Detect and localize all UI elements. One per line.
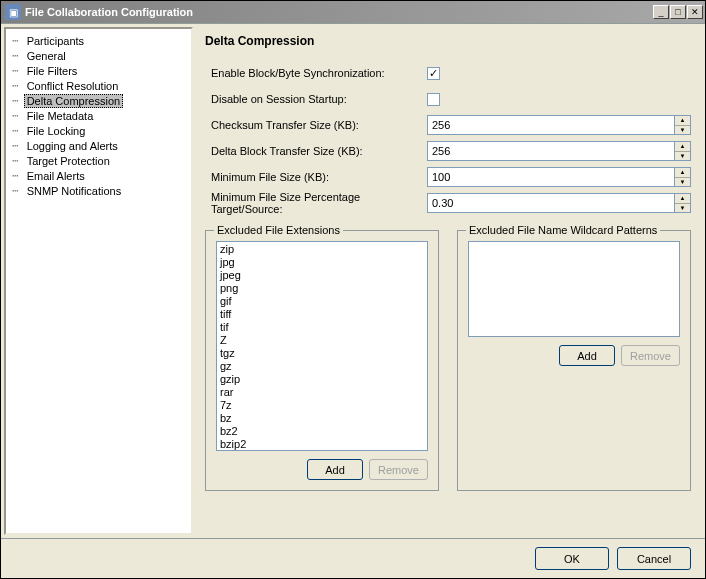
sidebar-item-label: File Filters xyxy=(25,65,80,77)
min-pct-row: Minimum File Size Percentage Target/Sour… xyxy=(205,192,691,214)
sidebar-item-file-locking[interactable]: ⋯File Locking xyxy=(8,123,189,138)
spin-up-icon[interactable]: ▲ xyxy=(675,142,690,152)
excluded-wildcards-title: Excluded File Name Wildcard Patterns xyxy=(466,224,660,236)
min-pct-label: Minimum File Size Percentage Target/Sour… xyxy=(205,191,427,215)
form-content: Enable Block/Byte Synchronization: ✓ Dis… xyxy=(205,62,691,528)
configuration-window: ▣ File Collaboration Configuration _ □ ✕… xyxy=(0,0,706,579)
list-item[interactable]: gif xyxy=(220,295,424,308)
sidebar-item-delta-compression[interactable]: ⋯Delta Compression xyxy=(8,93,189,108)
ext-remove-button[interactable]: Remove xyxy=(369,459,428,480)
min-pct-spin-buttons: ▲ ▼ xyxy=(675,193,691,213)
excluded-extensions-title: Excluded File Extensions xyxy=(214,224,343,236)
list-item[interactable]: bz2 xyxy=(220,425,424,438)
disable-startup-label: Disable on Session Startup: xyxy=(205,93,427,105)
list-item[interactable]: bz xyxy=(220,412,424,425)
list-item[interactable]: png xyxy=(220,282,424,295)
group-container: Excluded File Extensions zipjpgjpegpnggi… xyxy=(205,230,691,491)
navigation-tree[interactable]: ⋯Participants⋯General⋯File Filters⋯Confl… xyxy=(4,27,193,535)
min-pct-input[interactable] xyxy=(427,193,675,213)
delta-block-label: Delta Block Transfer Size (KB): xyxy=(205,145,427,157)
delta-block-input[interactable] xyxy=(427,141,675,161)
wild-group-buttons: Add Remove xyxy=(468,345,680,366)
main-panel: Delta Compression Enable Block/Byte Sync… xyxy=(193,24,705,538)
sidebar-item-label: Conflict Resolution xyxy=(25,80,121,92)
wild-add-button[interactable]: Add xyxy=(559,345,615,366)
tree-dash-icon: ⋯ xyxy=(12,34,19,47)
delta-block-row: Delta Block Transfer Size (KB): ▲ ▼ xyxy=(205,140,691,162)
sidebar-item-file-filters[interactable]: ⋯File Filters xyxy=(8,63,189,78)
disable-startup-checkbox[interactable] xyxy=(427,93,440,106)
sidebar-item-target-protection[interactable]: ⋯Target Protection xyxy=(8,153,189,168)
sidebar-item-label: Delta Compression xyxy=(24,94,124,108)
excluded-extensions-list[interactable]: zipjpgjpegpnggiftifftifZtgzgzgziprar7zbz… xyxy=(216,241,428,451)
list-item[interactable]: 7z xyxy=(220,399,424,412)
ext-add-button[interactable]: Add xyxy=(307,459,363,480)
enable-sync-checkbox[interactable]: ✓ xyxy=(427,67,440,80)
min-size-row: Minimum File Size (KB): ▲ ▼ xyxy=(205,166,691,188)
list-item[interactable]: tgz xyxy=(220,347,424,360)
spin-up-icon[interactable]: ▲ xyxy=(675,194,690,204)
window-title: File Collaboration Configuration xyxy=(25,6,653,18)
sidebar-item-label: General xyxy=(25,50,68,62)
minimize-button[interactable]: _ xyxy=(653,5,669,19)
sidebar-item-general[interactable]: ⋯General xyxy=(8,48,189,63)
tree-dash-icon: ⋯ xyxy=(12,64,19,77)
window-controls: _ □ ✕ xyxy=(653,5,703,19)
min-size-spin-buttons: ▲ ▼ xyxy=(675,167,691,187)
spin-down-icon[interactable]: ▼ xyxy=(675,126,690,135)
sidebar-item-label: SNMP Notifications xyxy=(25,185,124,197)
disable-startup-row: Disable on Session Startup: xyxy=(205,88,691,110)
page-title: Delta Compression xyxy=(205,30,691,62)
tree-dash-icon: ⋯ xyxy=(12,154,19,167)
sidebar-item-label: Participants xyxy=(25,35,86,47)
list-item[interactable]: tiff xyxy=(220,308,424,321)
list-item[interactable]: bzip2 xyxy=(220,438,424,451)
maximize-button[interactable]: □ xyxy=(670,5,686,19)
ext-group-buttons: Add Remove xyxy=(216,459,428,480)
list-item[interactable]: jpeg xyxy=(220,269,424,282)
list-item[interactable]: gz xyxy=(220,360,424,373)
spin-down-icon[interactable]: ▼ xyxy=(675,152,690,161)
sidebar-item-logging-and-alerts[interactable]: ⋯Logging and Alerts xyxy=(8,138,189,153)
sidebar-item-file-metadata[interactable]: ⋯File Metadata xyxy=(8,108,189,123)
delta-block-spinner: ▲ ▼ xyxy=(427,141,691,161)
list-item[interactable]: gzip xyxy=(220,373,424,386)
spin-up-icon[interactable]: ▲ xyxy=(675,168,690,178)
sidebar-item-email-alerts[interactable]: ⋯Email Alerts xyxy=(8,168,189,183)
sidebar-item-label: Email Alerts xyxy=(25,170,87,182)
min-size-label: Minimum File Size (KB): xyxy=(205,171,427,183)
min-pct-spinner: ▲ ▼ xyxy=(427,193,691,213)
checksum-input[interactable] xyxy=(427,115,675,135)
enable-sync-label: Enable Block/Byte Synchronization: xyxy=(205,67,427,79)
enable-sync-row: Enable Block/Byte Synchronization: ✓ xyxy=(205,62,691,84)
excluded-wildcards-list[interactable] xyxy=(468,241,680,337)
list-item[interactable]: tif xyxy=(220,321,424,334)
tree-dash-icon: ⋯ xyxy=(12,139,19,152)
sidebar-item-label: Target Protection xyxy=(25,155,112,167)
tree-dash-icon: ⋯ xyxy=(12,124,19,137)
list-item[interactable]: rar xyxy=(220,386,424,399)
ok-button[interactable]: OK xyxy=(535,547,609,570)
app-icon: ▣ xyxy=(5,4,21,20)
checksum-label: Checksum Transfer Size (KB): xyxy=(205,119,427,131)
tree-dash-icon: ⋯ xyxy=(12,169,19,182)
dialog-footer: OK Cancel xyxy=(1,538,705,578)
spin-down-icon[interactable]: ▼ xyxy=(675,204,690,213)
list-item[interactable]: zip xyxy=(220,243,424,256)
checksum-row: Checksum Transfer Size (KB): ▲ ▼ xyxy=(205,114,691,136)
excluded-wildcards-group: Excluded File Name Wildcard Patterns Add… xyxy=(457,230,691,491)
spin-down-icon[interactable]: ▼ xyxy=(675,178,690,187)
spin-up-icon[interactable]: ▲ xyxy=(675,116,690,126)
cancel-button[interactable]: Cancel xyxy=(617,547,691,570)
close-button[interactable]: ✕ xyxy=(687,5,703,19)
sidebar-item-label: File Locking xyxy=(25,125,88,137)
list-item[interactable]: jpg xyxy=(220,256,424,269)
wild-remove-button[interactable]: Remove xyxy=(621,345,680,366)
sidebar-item-snmp-notifications[interactable]: ⋯SNMP Notifications xyxy=(8,183,189,198)
titlebar: ▣ File Collaboration Configuration _ □ ✕ xyxy=(1,1,705,23)
sidebar-item-participants[interactable]: ⋯Participants xyxy=(8,33,189,48)
window-body: ⋯Participants⋯General⋯File Filters⋯Confl… xyxy=(1,23,705,538)
list-item[interactable]: Z xyxy=(220,334,424,347)
min-size-input[interactable] xyxy=(427,167,675,187)
sidebar-item-conflict-resolution[interactable]: ⋯Conflict Resolution xyxy=(8,78,189,93)
